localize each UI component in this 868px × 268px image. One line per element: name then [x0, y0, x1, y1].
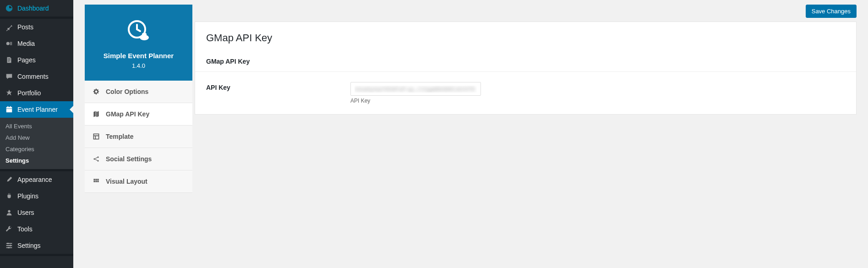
field-description: API Key	[350, 98, 481, 104]
sidebar-label: Users	[17, 209, 34, 216]
svg-point-7	[8, 247, 10, 249]
svg-rect-18	[93, 180, 95, 182]
settings-header: Simple Event Planner 1.4.0	[85, 5, 192, 81]
submenu-item-add-new[interactable]: Add New	[0, 132, 73, 143]
main-panel: Save Changes GMap API Key GMap API Key A…	[195, 5, 857, 268]
sidebar-item-event-planner[interactable]: Event Planner	[0, 101, 73, 118]
sidebar-item-posts[interactable]: Posts	[0, 19, 73, 35]
tab-color-options[interactable]: Color Options	[85, 81, 192, 103]
dashboard-icon	[5, 4, 14, 13]
sidebar-submenu: All Events Add New Categories Settings	[0, 118, 73, 169]
svg-point-12	[93, 158, 95, 159]
sidebar-label: Plugins	[17, 192, 38, 200]
svg-point-6	[10, 245, 11, 246]
save-changes-button[interactable]: Save Changes	[806, 5, 857, 18]
svg-point-0	[6, 42, 10, 45]
sidebar-label: Settings	[17, 242, 41, 249]
section-heading: GMap API Key	[195, 49, 856, 72]
sidebar-item-pages[interactable]: Pages	[0, 52, 73, 68]
media-icon	[5, 39, 14, 48]
svg-rect-15	[93, 179, 95, 180]
sidebar-label: Tools	[17, 225, 33, 233]
calendar-icon	[5, 105, 14, 114]
grid-icon	[92, 177, 100, 186]
sidebar-label: Portfolio	[17, 89, 41, 97]
tab-visual-layout[interactable]: Visual Layout	[85, 170, 192, 193]
sidebar-label: Pages	[17, 56, 36, 64]
sidebar-item-settings[interactable]: Settings	[0, 237, 73, 254]
svg-point-5	[7, 243, 9, 245]
tab-label: Visual Layout	[106, 178, 147, 185]
svg-rect-19	[95, 180, 97, 182]
sidebar-item-portfolio[interactable]: Portfolio	[0, 85, 73, 101]
wrench-icon	[5, 224, 14, 234]
sidebar-item-appearance[interactable]: Appearance	[0, 171, 73, 188]
sidebar-item-users[interactable]: Users	[0, 204, 73, 221]
sidebar-item-tools[interactable]: Tools	[0, 221, 73, 237]
svg-point-13	[97, 156, 98, 158]
svg-rect-2	[7, 106, 8, 108]
plugin-version: 1.4.0	[89, 62, 188, 69]
tab-label: Template	[106, 133, 133, 140]
svg-rect-20	[97, 180, 98, 182]
sidebar-item-media[interactable]: Media	[0, 35, 73, 52]
content-area: Simple Event Planner 1.4.0 Color Options…	[73, 0, 868, 268]
sidebar-label: Posts	[17, 23, 33, 31]
pin-icon	[5, 22, 14, 32]
submenu-item-categories[interactable]: Categories	[0, 143, 73, 155]
sidebar-item-dashboard[interactable]: Dashboard	[0, 0, 73, 16]
sidebar-label: Media	[17, 40, 35, 47]
sidebar-label: Event Planner	[17, 106, 58, 113]
tab-label: Color Options	[106, 88, 148, 95]
sidebar-item-plugins[interactable]: Plugins	[0, 188, 73, 204]
field-label: API Key	[206, 82, 350, 91]
settings-tabs: Color Options GMap API Key Template Soci…	[85, 81, 192, 193]
submenu-item-all-events[interactable]: All Events	[0, 120, 73, 132]
api-key-input[interactable]	[350, 82, 481, 96]
user-icon	[5, 208, 14, 217]
sidebar-item-comments[interactable]: Comments	[0, 68, 73, 85]
svg-rect-17	[97, 179, 98, 180]
tab-template[interactable]: Template	[85, 126, 192, 148]
sidebar-label: Dashboard	[17, 5, 49, 12]
comments-icon	[5, 72, 14, 81]
topbar: Save Changes	[195, 5, 857, 22]
tab-social-settings[interactable]: Social Settings	[85, 148, 192, 170]
plugin-logo-icon	[126, 18, 152, 44]
svg-rect-3	[10, 106, 11, 108]
settings-column: Simple Event Planner 1.4.0 Color Options…	[85, 5, 192, 268]
brush-icon	[5, 175, 14, 184]
svg-rect-1	[6, 107, 12, 113]
map-icon	[92, 110, 100, 118]
pages-icon	[5, 55, 14, 65]
svg-point-14	[97, 160, 98, 161]
field-row-api-key: API Key API Key	[195, 72, 856, 114]
panel-box: GMap API Key GMap API Key API Key API Ke…	[195, 22, 857, 115]
admin-sidebar: Dashboard Posts Media Pages Comments Por…	[0, 0, 73, 268]
layout-icon	[92, 132, 100, 141]
tab-label: Social Settings	[106, 155, 152, 163]
plug-icon	[5, 191, 14, 201]
sidebar-label: Comments	[17, 73, 49, 80]
submenu-item-settings[interactable]: Settings	[0, 155, 73, 166]
page-heading: GMap API Key	[195, 22, 856, 49]
plugin-title: Simple Event Planner	[89, 52, 188, 60]
svg-rect-16	[95, 179, 97, 180]
tab-gmap-api-key[interactable]: GMap API Key	[85, 103, 192, 126]
svg-rect-10	[142, 33, 147, 38]
svg-point-4	[8, 210, 10, 213]
sliders-icon	[5, 241, 14, 250]
svg-rect-11	[93, 134, 98, 139]
sidebar-label: Appearance	[17, 176, 52, 183]
tab-label: GMap API Key	[106, 110, 149, 118]
gear-icon	[92, 88, 100, 96]
share-icon	[92, 155, 100, 163]
star-icon	[5, 88, 14, 98]
